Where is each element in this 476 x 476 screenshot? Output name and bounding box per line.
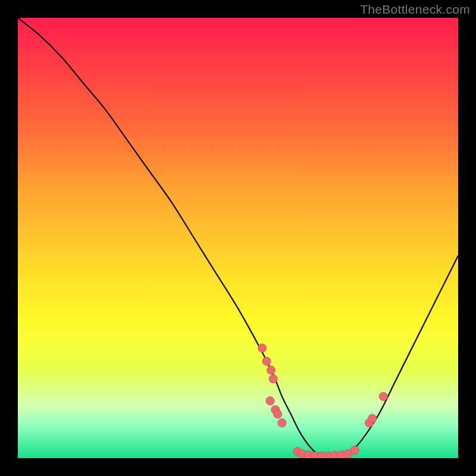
bottleneck-curve (18, 18, 458, 456)
data-point (273, 410, 281, 418)
data-point (278, 419, 286, 427)
data-point (368, 414, 377, 422)
data-point (379, 392, 387, 400)
data-point (266, 397, 274, 405)
chart-svg (18, 18, 458, 458)
watermark-text: TheBottleneck.com (360, 2, 470, 17)
data-point (258, 344, 267, 352)
data-point (350, 446, 359, 454)
data-point (262, 357, 271, 365)
data-point (269, 375, 277, 383)
plot-area (18, 18, 458, 458)
data-point (267, 366, 275, 374)
chart-stage: TheBottleneck.com (0, 0, 476, 476)
data-points (258, 344, 388, 458)
